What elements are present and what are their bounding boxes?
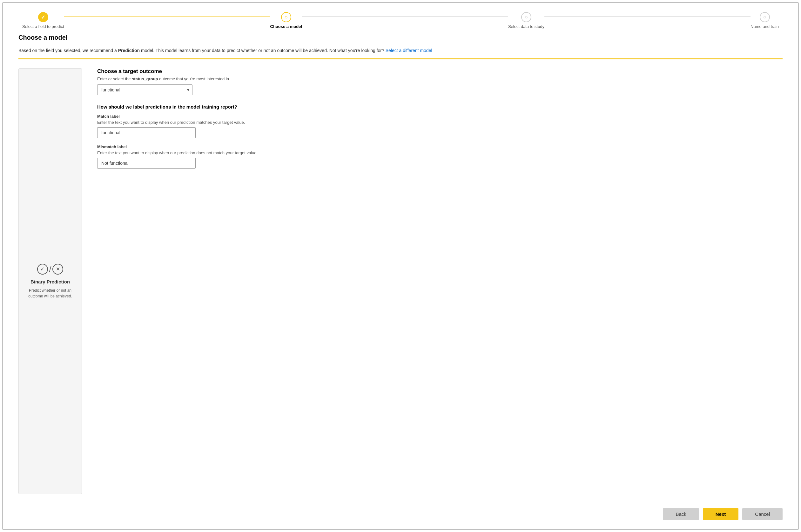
connector-1-2 — [64, 17, 270, 17]
check-circle-icon: ✓ — [37, 264, 48, 274]
x-circle-icon: ✕ — [52, 264, 63, 274]
match-label-desc: Enter the text you want to display when … — [97, 120, 783, 125]
step-select-field: ✓ Select a field to predict — [22, 12, 64, 29]
recommendation-box: Based on the field you selected, we reco… — [18, 47, 783, 54]
step-label-1: Select a field to predict — [22, 24, 64, 29]
label-predictions-heading: How should we label predictions in the m… — [97, 104, 783, 110]
stepper: ✓ Select a field to predict ○ Choose a m… — [3, 3, 798, 34]
step-circle-4: ○ — [760, 12, 770, 22]
step-label-3: Select data to study — [508, 24, 544, 29]
step-label-4: Name and train — [750, 24, 779, 29]
step-select-data: ○ Select data to study — [508, 12, 544, 29]
match-label-group: Match label Enter the text you want to d… — [97, 114, 783, 138]
mismatch-label-desc: Enter the text you want to display when … — [97, 150, 783, 155]
back-button[interactable]: Back — [663, 508, 699, 520]
select-different-model-link[interactable]: Select a different model — [386, 48, 432, 53]
step-label-2: Choose a model — [270, 24, 302, 29]
step-circle-3: ○ — [521, 12, 532, 22]
step-name-train: ○ Name and train — [750, 12, 779, 29]
mismatch-label-group: Mismatch label Enter the text you want t… — [97, 145, 783, 169]
next-button[interactable]: Next — [703, 508, 739, 520]
binary-icon: ✓ / ✕ — [37, 264, 63, 274]
connector-2-3 — [302, 17, 508, 17]
rec-text-2: model. This model learns from your data … — [140, 48, 386, 53]
sub-text-2: outcome that you're most interested in. — [158, 76, 230, 81]
connector-3-4 — [544, 17, 750, 17]
target-outcome-section: Choose a target outcome Enter or select … — [97, 68, 783, 95]
match-label-input[interactable] — [97, 127, 195, 138]
step-circle-2: ○ — [281, 12, 291, 22]
cancel-button[interactable]: Cancel — [742, 508, 783, 520]
sub-text-1: Enter or select the — [97, 76, 132, 81]
target-outcome-dropdown-wrapper: functional functional needs repair non f… — [97, 84, 192, 95]
step-choose-model: ○ Choose a model — [270, 12, 302, 29]
right-panel: Choose a target outcome Enter or select … — [97, 68, 783, 494]
main-row: ✓ / ✕ Binary Prediction Predict whether … — [18, 68, 783, 494]
page-title: Choose a model — [18, 34, 783, 41]
match-label-title: Match label — [97, 114, 783, 119]
mismatch-label-title: Mismatch label — [97, 145, 783, 149]
gold-divider — [18, 58, 783, 59]
model-card: ✓ / ✕ Binary Prediction Predict whether … — [18, 68, 82, 494]
target-outcome-sub: Enter or select the status_group outcome… — [97, 76, 783, 81]
sub-bold: status_group — [132, 76, 158, 81]
rec-text-1: Based on the field you selected, we reco… — [18, 48, 118, 53]
target-outcome-dropdown[interactable]: functional functional needs repair non f… — [97, 84, 192, 95]
main-content: Choose a model Based on the field you se… — [3, 34, 798, 500]
mismatch-label-input[interactable] — [97, 158, 195, 169]
slash-icon: / — [49, 265, 52, 273]
step-circle-1: ✓ — [38, 12, 48, 22]
label-predictions-section: How should we label predictions in the m… — [97, 104, 783, 175]
target-outcome-title: Choose a target outcome — [97, 68, 783, 75]
footer: Back Next Cancel — [3, 500, 798, 529]
model-card-desc: Predict whether or not an outcome will b… — [24, 288, 77, 299]
model-card-title: Binary Prediction — [31, 279, 70, 284]
rec-bold: Prediction — [118, 48, 140, 53]
